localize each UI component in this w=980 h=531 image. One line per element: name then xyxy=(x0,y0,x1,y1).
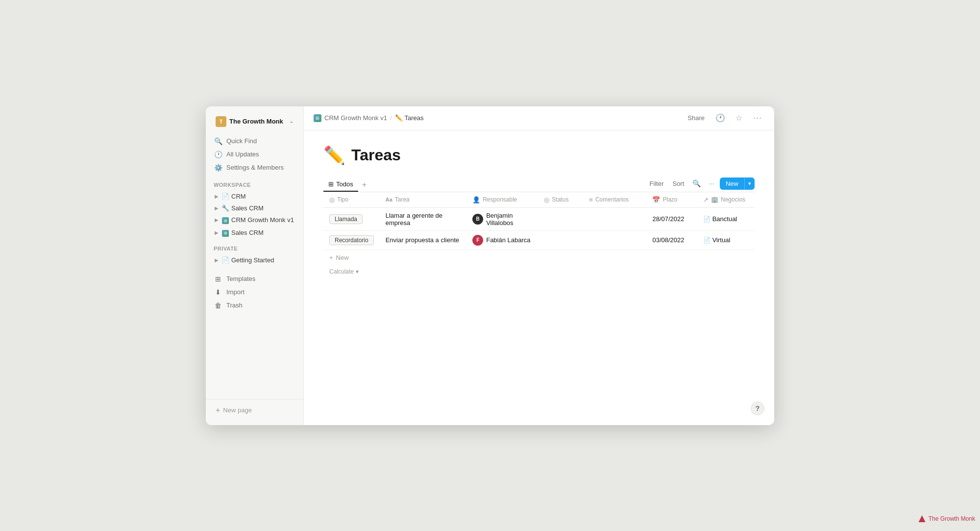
breadcrumb-parent[interactable]: CRM Growth Monk v1 xyxy=(324,114,387,122)
sidebar: T The Growth Monk ⌄ 🔍 Quick Find 🕐 All U… xyxy=(206,106,304,425)
sidebar-item-all-updates[interactable]: 🕐 All Updates xyxy=(210,148,299,161)
help-icon: ? xyxy=(756,405,760,412)
sidebar-bottom: ⊞ Templates ⬇ Import 🗑 Trash xyxy=(206,271,303,314)
negocios-col-icon: ↗ xyxy=(703,196,709,203)
sidebar-templates-label: Templates xyxy=(226,275,255,282)
sidebar-item-quick-find[interactable]: 🔍 Quick Find xyxy=(210,135,299,148)
cell-responsable-0[interactable]: B Benjamin Villalobos xyxy=(466,207,538,230)
new-record-button[interactable]: New ▾ xyxy=(720,177,755,190)
col-header-tarea[interactable]: Aa Tarea xyxy=(380,192,466,208)
cell-tarea-0[interactable]: Llamar a gerente de empresa xyxy=(380,207,466,230)
workspace-icon: T xyxy=(216,116,226,127)
cell-plazo-0[interactable]: 28/07/2022 xyxy=(646,207,697,230)
watermark: The Growth Monk xyxy=(919,515,975,522)
history-button[interactable]: 🕐 xyxy=(713,111,727,125)
history-icon: 🕐 xyxy=(715,113,725,123)
table-tab-icon: ⊞ xyxy=(328,180,334,188)
search-button[interactable]: 🔍 xyxy=(690,178,703,189)
table-row[interactable]: Recordatorio Enviar propuesta a cliente … xyxy=(323,230,755,250)
tab-todos-label: Todos xyxy=(336,180,353,188)
plazo-col-icon: 📅 xyxy=(652,196,660,203)
sidebar-import-label: Import xyxy=(226,288,245,296)
cell-status-0[interactable] xyxy=(538,207,583,230)
database-table: ◎ Tipo Aa Tarea 👤 xyxy=(323,192,755,250)
calculate-button[interactable]: Calculate ▾ xyxy=(323,265,755,278)
cell-comments-1[interactable] xyxy=(583,230,646,250)
col-header-comentarios[interactable]: ≡ Comentarios xyxy=(583,192,646,208)
new-page-plus-icon: + xyxy=(216,406,220,415)
sidebar-item-templates[interactable]: ⊞ Templates xyxy=(210,273,299,285)
new-button-label: New xyxy=(720,177,744,190)
table-row[interactable]: Llamada Llamar a gerente de empresa B Be… xyxy=(323,207,755,230)
sales-crm-arrow-icon: ▶ xyxy=(214,205,220,211)
cell-status-1[interactable] xyxy=(538,230,583,250)
add-new-row-button[interactable]: + New xyxy=(323,250,755,265)
col-tipo-label: Tipo xyxy=(337,196,348,203)
workspace-tree: ▶ 📄 CRM ▶ 🔧 Sales CRM ▶ ⊞ CRM Growth Mon… xyxy=(206,190,303,240)
cell-tipo-0[interactable]: Llamada xyxy=(323,207,380,230)
col-header-negocios[interactable]: ↗ 🏢 Negocios xyxy=(697,192,755,208)
table-header-row: ◎ Tipo Aa Tarea 👤 xyxy=(323,192,755,208)
search-icon: 🔍 xyxy=(214,137,222,145)
cell-tipo-1[interactable]: Recordatorio xyxy=(323,230,380,250)
help-button[interactable]: ? xyxy=(751,402,764,415)
topbar-actions: Share 🕐 ☆ ··· xyxy=(684,111,764,125)
cell-tarea-1[interactable]: Enviar propuesta a cliente xyxy=(380,230,466,250)
breadcrumb-current[interactable]: ✏️ Tareas xyxy=(395,114,424,122)
cell-negocios-0[interactable]: 📄 Banctual xyxy=(697,207,755,230)
new-page-button[interactable]: + New page xyxy=(212,404,297,417)
sidebar-trash-label: Trash xyxy=(226,302,243,309)
negocios-doc-icon-0: 📄 xyxy=(703,216,710,223)
calculate-label: Calculate xyxy=(329,268,354,275)
plazo-value-1: 03/08/2022 xyxy=(652,236,684,244)
tab-todos[interactable]: ⊞ Todos xyxy=(323,177,358,192)
sidebar-sales-crm-label: Sales CRM xyxy=(231,204,264,212)
col-tarea-label: Tarea xyxy=(395,196,410,203)
breadcrumb-current-text: Tareas xyxy=(405,114,424,122)
templates-icon: ⊞ xyxy=(214,275,222,283)
new-button-dropdown-icon[interactable]: ▾ xyxy=(744,178,755,189)
workspace-chevron-icon: ⌄ xyxy=(289,118,294,125)
sales-crm-2-icon: ⊞ xyxy=(221,228,229,237)
updates-icon: 🕐 xyxy=(214,151,222,158)
getting-started-arrow-icon: ▶ xyxy=(214,257,220,263)
sidebar-item-sales-crm-2[interactable]: ▶ ⊞ Sales CRM xyxy=(210,227,299,239)
col-header-status[interactable]: ◎ Status xyxy=(538,192,583,208)
share-button[interactable]: Share xyxy=(684,112,709,124)
crm-page-icon: 📄 xyxy=(221,193,229,200)
tarea-text-0: Llamar a gerente de empresa xyxy=(386,212,442,227)
star-button[interactable]: ☆ xyxy=(732,111,746,125)
cell-plazo-1[interactable]: 03/08/2022 xyxy=(646,230,697,250)
col-header-tipo[interactable]: ◎ Tipo xyxy=(323,192,380,208)
workspace-title[interactable]: T The Growth Monk ⌄ xyxy=(212,113,297,130)
cell-negocios-1[interactable]: 📄 Virtual xyxy=(697,230,755,250)
cell-comments-0[interactable] xyxy=(583,207,646,230)
more-button[interactable]: ··· xyxy=(751,111,764,125)
sidebar-item-settings[interactable]: ⚙️ Settings & Members xyxy=(210,161,299,174)
sort-button[interactable]: Sort xyxy=(669,178,687,189)
sidebar-item-getting-started[interactable]: ▶ 📄 Getting Started xyxy=(210,254,299,266)
breadcrumb-current-emoji: ✏️ xyxy=(395,114,403,122)
add-view-button[interactable]: + xyxy=(359,178,369,191)
import-icon: ⬇ xyxy=(214,288,222,296)
breadcrumb: ⊞ CRM Growth Monk v1 / ✏️ Tareas xyxy=(314,114,681,122)
sidebar-nav-all-updates-label: All Updates xyxy=(226,151,259,158)
sidebar-item-crm-growth[interactable]: ▶ ⊞ CRM Growth Monk v1 xyxy=(210,214,299,227)
cell-responsable-1[interactable]: F Fabián Labarca xyxy=(466,230,538,250)
sidebar-item-sales-crm[interactable]: ▶ 🔧 Sales CRM xyxy=(210,202,299,214)
avatar-1: F Fabián Labarca xyxy=(472,235,530,246)
breadcrumb-crm-icon: ⊞ xyxy=(314,114,321,122)
sidebar-item-import[interactable]: ⬇ Import xyxy=(210,286,299,299)
crm-growth-arrow-icon: ▶ xyxy=(214,217,220,223)
main-content: ⊞ CRM Growth Monk v1 / ✏️ Tareas Share 🕐… xyxy=(304,106,774,425)
col-header-plazo[interactable]: 📅 Plazo xyxy=(646,192,697,208)
sidebar-item-crm[interactable]: ▶ 📄 CRM xyxy=(210,191,299,202)
new-page-label: New page xyxy=(223,406,252,414)
filter-button[interactable]: Filter xyxy=(647,178,667,189)
calculate-chevron-icon: ▾ xyxy=(356,268,359,275)
getting-started-icon: 📄 xyxy=(221,256,229,264)
more-options-button[interactable]: ··· xyxy=(706,178,717,189)
sidebar-nav-quick-find-label: Quick Find xyxy=(226,137,257,145)
sidebar-item-trash[interactable]: 🗑 Trash xyxy=(210,299,299,312)
col-header-responsable[interactable]: 👤 Responsable xyxy=(466,192,538,208)
